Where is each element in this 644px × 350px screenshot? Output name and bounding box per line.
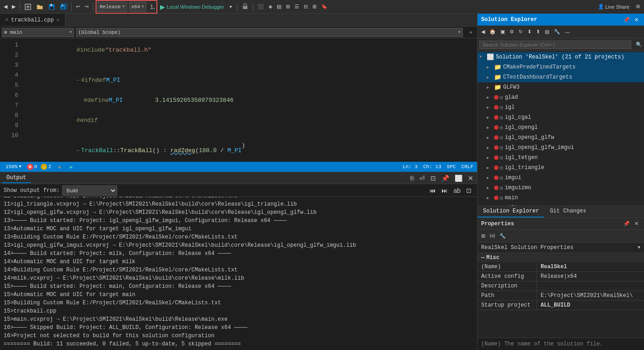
output-btn-2[interactable]: ⏭ xyxy=(440,186,450,195)
output-text[interactable]: 11>Building Custom Rule E:/Project/SMI20… xyxy=(0,197,477,350)
se-expand-button[interactable]: ⬇ xyxy=(526,28,533,36)
nav-forward[interactable]: ▶ xyxy=(67,164,76,170)
tree-item[interactable]: ▶⊟imgui xyxy=(478,173,644,183)
output-btn-4[interactable]: ⊡ xyxy=(464,186,473,195)
se-home-button[interactable]: 🏠 xyxy=(488,28,498,36)
tree-item[interactable]: ▶⊟igl xyxy=(478,102,644,112)
live-share-button[interactable]: 👤 Live Share xyxy=(596,3,631,11)
output-btn-1[interactable]: ⏮ xyxy=(428,186,438,195)
arch-dropdown[interactable]: x64 ▼ xyxy=(129,2,146,12)
panel-pin-button[interactable]: 📌 xyxy=(440,174,451,183)
tab-close-button[interactable]: ✕ xyxy=(57,17,59,23)
output-line: 15>Automatic MOC and UIC for target main xyxy=(4,291,473,299)
panel-clear-button[interactable]: ⊡ xyxy=(429,174,438,183)
save-all-button[interactable] xyxy=(58,2,69,11)
tree-item[interactable]: ▶⊟igl_triangle xyxy=(478,163,644,173)
se-settings-button[interactable]: ⚙ xyxy=(508,28,516,36)
undo-button[interactable]: ↩ xyxy=(74,3,82,11)
extra-btn-4[interactable]: ⊞ xyxy=(284,3,292,11)
tree-item[interactable]: ▶📁CMakePredefinedTargets xyxy=(478,62,644,72)
props-settings-button[interactable]: 🔧 xyxy=(498,232,508,240)
tree-item[interactable]: ▶⊟igl_opengl_glfw xyxy=(478,133,644,143)
se-collapse-button[interactable]: ⬆ xyxy=(534,28,542,36)
se-view-button[interactable]: ▣ xyxy=(499,28,507,36)
extra-btn-7[interactable]: ⊞ xyxy=(311,3,318,11)
output-line: 14>———— Build started: Project: milk, Co… xyxy=(4,249,473,258)
tab-output[interactable]: Output xyxy=(2,173,31,183)
panel-float-button[interactable]: ⬜ xyxy=(453,174,464,183)
se-search-icon[interactable]: 🔍 xyxy=(634,41,644,48)
se-tree[interactable]: ▼⬜Solution 'RealSkel' (21 of 21 projects… xyxy=(478,51,644,206)
tree-item[interactable]: ▶⊟igl_opengl xyxy=(478,122,644,133)
scope-right-dropdown[interactable]: (Global Scope) ▼ xyxy=(76,28,463,37)
tree-arrow-icon: ▶ xyxy=(487,186,494,191)
new-project-button[interactable] xyxy=(22,2,33,11)
extra-btn-2[interactable]: ◈ xyxy=(267,3,274,11)
source-select[interactable]: Build xyxy=(62,186,117,196)
code-line-8: { xyxy=(27,161,473,162)
tree-item[interactable]: ▶⊟imguizmo xyxy=(478,183,644,193)
se-tab-git-changes[interactable]: Git Changes xyxy=(544,206,591,217)
se-wrench-button[interactable]: 🔧 xyxy=(552,28,562,36)
se-refresh-button[interactable]: ↻ xyxy=(517,28,525,36)
code-line-1: #include "trackball.h" xyxy=(27,40,473,60)
extra-btn-5[interactable]: ☰ xyxy=(293,3,301,11)
se-search-input[interactable] xyxy=(479,41,631,49)
tree-item[interactable]: ▶⊟igl_opengl_glfw_imgui xyxy=(478,143,644,153)
tree-item[interactable]: ▶⊟glad xyxy=(478,92,644,102)
bookmark-btn[interactable]: 🔖 xyxy=(319,3,329,11)
back-button[interactable]: ◀ xyxy=(2,3,9,11)
warning-badge[interactable]: ⚠ 2 xyxy=(41,164,51,170)
tree-item[interactable]: ▶⊟igl_cgal xyxy=(478,112,644,122)
extra-btn-1[interactable]: ⬛ xyxy=(256,3,266,11)
save-button[interactable] xyxy=(46,2,57,11)
se-tab-solution-explorer[interactable]: Solution Explorer xyxy=(478,206,544,217)
debug-dropdown[interactable]: ▼ xyxy=(227,4,235,10)
tree-arrow-icon: ▶ xyxy=(487,155,494,160)
tree-item[interactable]: ▶⊟igl_tetgen xyxy=(478,153,644,163)
tree-item[interactable]: ▶📁CTestDashboardTargets xyxy=(478,72,644,82)
se-pin-button[interactable]: 📌 xyxy=(622,16,632,24)
tab-label: trackball.cpp xyxy=(11,17,54,23)
forward-button[interactable]: ▶ xyxy=(10,3,17,11)
svg-rect-4 xyxy=(50,4,52,6)
nav-back[interactable]: ◀ xyxy=(55,164,64,170)
extra-btn-6[interactable]: ⊟ xyxy=(302,3,310,11)
props-sort-button[interactable]: ⊞ xyxy=(479,232,487,240)
props-pin-button[interactable]: 📌 xyxy=(622,220,632,228)
panel-tab-bar: Output ⎘ ⏎ ⊡ 📌 ⬜ ✕ xyxy=(0,172,477,184)
se-minus-button[interactable]: — xyxy=(563,28,572,36)
se-filter-button[interactable]: ▤ xyxy=(543,28,551,36)
props-close-button[interactable]: ✕ xyxy=(633,220,640,228)
props-alpha-button[interactable]: ⒜ xyxy=(488,232,497,240)
panel-copy-button[interactable]: ⎘ xyxy=(408,174,416,183)
panel-close-button[interactable]: ✕ xyxy=(466,174,475,183)
tree-item-label: imgui xyxy=(505,175,521,181)
config-dropdown[interactable]: Release ▼ xyxy=(97,2,127,12)
open-button[interactable] xyxy=(34,2,45,11)
zoom-level[interactable]: 150% ▼ xyxy=(4,164,23,170)
arrow-right-icon: ▶ xyxy=(70,164,73,170)
code-content[interactable]: #include "trackball.h" —#ifndef M_PI #de… xyxy=(23,38,477,162)
tree-arrow-icon: ▶ xyxy=(487,175,494,180)
error-badge[interactable]: ⊗ 0 xyxy=(27,164,38,170)
panel-wrap-button[interactable]: ⏎ xyxy=(418,174,427,183)
start-debug-button[interactable]: ▶ Local Windows Debugger xyxy=(158,2,226,11)
se-back-button[interactable]: ◀ xyxy=(479,28,487,36)
attach-button[interactable] xyxy=(240,2,251,11)
output-line: 13>Building Custom Rule E:/Project/SMI20… xyxy=(4,233,473,241)
scope-left-dropdown[interactable]: ⊕ main ▼ xyxy=(2,28,74,37)
project-icon: ⊟ xyxy=(500,95,503,101)
tree-item[interactable]: ▼⬜Solution 'RealSkel' (21 of 21 projects… xyxy=(478,52,644,62)
tree-item[interactable]: ▶📁GLFW3 xyxy=(478,82,644,92)
extra-btn-3[interactable]: ▤ xyxy=(275,3,283,11)
tree-item[interactable]: ▶⊟main xyxy=(478,193,644,203)
redo-button[interactable]: ↪ xyxy=(83,3,91,11)
se-close-button[interactable]: ✕ xyxy=(633,16,640,24)
project-icon: ⊟ xyxy=(500,125,503,131)
settings-button[interactable]: ⚙ xyxy=(634,3,642,11)
tab-trackball-cpp[interactable]: ≡ trackball.cpp ✕ xyxy=(0,14,65,26)
project-dot-icon xyxy=(494,196,499,200)
output-toggle-wrap[interactable]: ab xyxy=(451,186,462,195)
scope-add-button[interactable]: ＋ xyxy=(467,28,475,37)
